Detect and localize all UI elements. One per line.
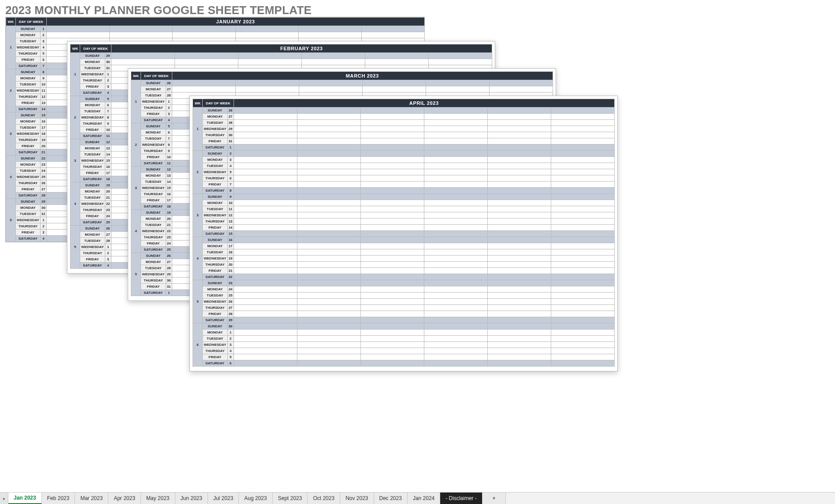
- sheet-tab[interactable]: Apr 2023: [108, 493, 141, 504]
- planner-slot[interactable]: [234, 311, 297, 317]
- planner-slot[interactable]: [487, 299, 551, 305]
- planner-slot[interactable]: [551, 175, 614, 182]
- planner-slot[interactable]: [360, 145, 424, 151]
- planner-slot[interactable]: [297, 330, 360, 336]
- planner-slot[interactable]: [551, 299, 614, 305]
- planner-slot[interactable]: [360, 274, 424, 280]
- planner-slot[interactable]: [297, 120, 360, 126]
- planner-slot[interactable]: [424, 163, 487, 169]
- planner-slot[interactable]: [234, 348, 297, 354]
- planner-slot[interactable]: [551, 212, 614, 219]
- planner-slot[interactable]: [360, 268, 424, 274]
- planner-slot[interactable]: [424, 274, 487, 280]
- planner-slot[interactable]: [487, 231, 551, 237]
- planner-slot[interactable]: [360, 299, 424, 305]
- planner-slot[interactable]: [297, 107, 360, 114]
- planner-slot[interactable]: [297, 145, 360, 151]
- planner-slot[interactable]: [551, 311, 614, 317]
- planner-slot[interactable]: [360, 175, 424, 182]
- planner-slot[interactable]: [487, 305, 551, 311]
- planner-slot[interactable]: [234, 169, 297, 175]
- planner-slot[interactable]: [362, 86, 426, 93]
- planner-slot[interactable]: [487, 323, 551, 330]
- planner-slot[interactable]: [487, 243, 551, 249]
- planner-slot[interactable]: [234, 336, 297, 342]
- planner-slot[interactable]: [360, 200, 424, 206]
- planner-slot[interactable]: [487, 262, 551, 268]
- planner-slot[interactable]: [234, 107, 297, 114]
- planner-slot[interactable]: [299, 26, 362, 32]
- planner-slot[interactable]: [487, 151, 551, 157]
- planner-slot[interactable]: [551, 151, 614, 157]
- sheet-tab[interactable]: Jun 2023: [175, 493, 208, 504]
- planner-slot[interactable]: [362, 80, 426, 86]
- planner-slot[interactable]: [551, 194, 614, 200]
- planner-slot[interactable]: [301, 59, 365, 65]
- planner-slot[interactable]: [551, 237, 614, 243]
- planner-slot[interactable]: [551, 348, 614, 354]
- planner-slot[interactable]: [297, 188, 360, 194]
- sheet-tab[interactable]: Sept 2023: [273, 493, 308, 504]
- planner-slot[interactable]: [297, 360, 360, 367]
- sheet-tab[interactable]: Jul 2023: [208, 493, 239, 504]
- planner-slot[interactable]: [424, 206, 487, 212]
- planner-slot[interactable]: [551, 262, 614, 268]
- planner-slot[interactable]: [424, 126, 487, 132]
- planner-slot[interactable]: [487, 256, 551, 262]
- planner-slot[interactable]: [360, 206, 424, 212]
- planner-slot[interactable]: [234, 163, 297, 169]
- planner-slot[interactable]: [551, 169, 614, 175]
- planner-slot[interactable]: [360, 262, 424, 268]
- planner-slot[interactable]: [360, 157, 424, 163]
- planner-slot[interactable]: [234, 360, 297, 367]
- planner-slot[interactable]: [551, 126, 614, 132]
- planner-slot[interactable]: [360, 360, 424, 367]
- planner-slot[interactable]: [234, 274, 297, 280]
- planner-slot[interactable]: [234, 305, 297, 311]
- planner-slot[interactable]: [551, 293, 614, 299]
- planner-slot[interactable]: [234, 256, 297, 262]
- planner-slot[interactable]: [238, 59, 301, 65]
- planner-slot[interactable]: [487, 138, 551, 145]
- planner-slot[interactable]: [234, 126, 297, 132]
- planner-slot[interactable]: [297, 175, 360, 182]
- planner-slot[interactable]: [424, 138, 487, 145]
- planner-slot[interactable]: [234, 268, 297, 274]
- planner-slot[interactable]: [424, 175, 487, 182]
- planner-slot[interactable]: [234, 145, 297, 151]
- planner-slot[interactable]: [365, 59, 428, 65]
- planner-slot[interactable]: [297, 317, 360, 323]
- planner-slot[interactable]: [297, 212, 360, 219]
- planner-slot[interactable]: [551, 219, 614, 225]
- planner-slot[interactable]: [360, 188, 424, 194]
- planner-slot[interactable]: [424, 212, 487, 219]
- sheet-tab[interactable]: Jan 2024: [408, 493, 440, 504]
- planner-slot[interactable]: [234, 299, 297, 305]
- planner-slot[interactable]: [551, 305, 614, 311]
- planner-slot[interactable]: [551, 182, 614, 188]
- planner-slot[interactable]: [297, 336, 360, 342]
- planner-slot[interactable]: [234, 151, 297, 157]
- planner-slot[interactable]: [365, 53, 428, 59]
- planner-slot[interactable]: [551, 157, 614, 163]
- planner-slot[interactable]: [360, 120, 424, 126]
- planner-slot[interactable]: [426, 86, 489, 93]
- planner-slot[interactable]: [428, 53, 492, 59]
- planner-slot[interactable]: [424, 231, 487, 237]
- planner-slot[interactable]: [234, 138, 297, 145]
- planner-slot[interactable]: [487, 280, 551, 286]
- planner-slot[interactable]: [234, 342, 297, 348]
- planner-slot[interactable]: [234, 317, 297, 323]
- planner-slot[interactable]: [424, 299, 487, 305]
- planner-slot[interactable]: [299, 86, 362, 93]
- planner-slot[interactable]: [360, 256, 424, 262]
- planner-slot[interactable]: [487, 175, 551, 182]
- planner-slot[interactable]: [424, 360, 487, 367]
- planner-slot[interactable]: [551, 268, 614, 274]
- planner-slot[interactable]: [487, 126, 551, 132]
- planner-slot[interactable]: [172, 80, 235, 86]
- planner-slot[interactable]: [551, 163, 614, 169]
- planner-slot[interactable]: [360, 354, 424, 360]
- planner-slot[interactable]: [362, 32, 425, 38]
- planner-slot[interactable]: [487, 169, 551, 175]
